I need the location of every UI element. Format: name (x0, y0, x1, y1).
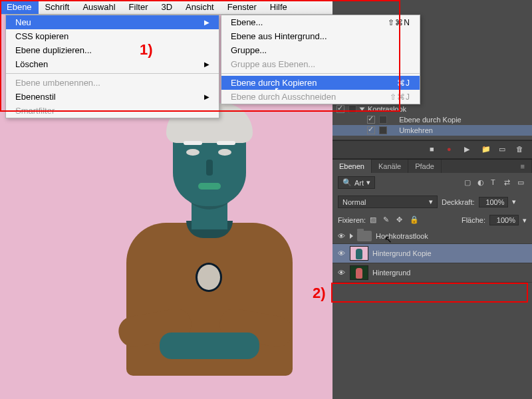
submenu-gruppe-aus-ebenen[interactable]: Gruppe aus Ebenen... (221, 57, 420, 71)
layers-list: 👁 Hochkotrastlook 👁 Hintergrund Kopie 👁 … (332, 229, 532, 283)
layer-name: Hochkotrastlook (376, 232, 428, 240)
lock-all-icon[interactable]: 🔒 (410, 215, 419, 225)
menu-ebene-duplizieren[interactable]: Ebene duplizieren... (6, 43, 219, 57)
actions-subitem[interactable]: Ebene durch Kopie (332, 114, 532, 125)
disclosure-icon[interactable] (350, 233, 353, 239)
filter-adjust-icon[interactable]: ◐ (477, 178, 487, 188)
layer-filter-select[interactable]: 🔍Art▾ (338, 176, 375, 189)
layers-tabs: Ebenen Kanäle Pfade ≡ (332, 159, 532, 173)
submenu-arrow-icon: ▶ (204, 61, 209, 68)
menu-smartfilter[interactable]: Smartfilter (6, 104, 219, 118)
lock-row: Fixieren: ▨ ✎ ✥ 🔒 Fläche: 100%▾ (332, 211, 532, 229)
stop-icon[interactable]: ■ (430, 145, 439, 154)
trash-icon[interactable]: 🗑 (516, 145, 525, 154)
layer-thumbnail (350, 246, 368, 261)
layer-row[interactable]: 👁 Hintergrund (332, 263, 532, 283)
tab-pfade[interactable]: Pfade (408, 160, 442, 173)
tab-ebenen[interactable]: Ebenen (332, 160, 372, 173)
menu-ebenenstil[interactable]: Ebenenstil▶ (6, 90, 219, 104)
neu-submenu: Ebene...⇧⌘N Ebene aus Hintergrund... Gru… (221, 15, 420, 104)
lock-label: Fixieren: (338, 216, 366, 224)
search-icon: 🔍 (342, 178, 352, 187)
blend-mode-select[interactable]: Normal▾ (338, 196, 438, 208)
layer-filter-row: 🔍Art▾ ▢ ◐ T ⇄ ▭ (332, 173, 532, 192)
menubar-item-hilfe[interactable]: Hilfe (263, 0, 294, 14)
visibility-icon[interactable]: 👁 (336, 269, 346, 277)
new-folder-icon[interactable]: 📁 (481, 145, 491, 154)
filter-image-icon[interactable]: ▢ (464, 178, 473, 188)
submenu-ebene-aus-hintergrund[interactable]: Ebene aus Hintergrund... (221, 29, 420, 43)
lock-pixels-icon[interactable]: ▨ (370, 215, 379, 225)
visibility-icon[interactable]: 👁 (336, 232, 346, 240)
opacity-input[interactable]: 100% (479, 197, 508, 207)
layer-thumbnail (350, 265, 368, 280)
menubar-item-schrift[interactable]: Schrift (39, 0, 76, 14)
menu-loeschen[interactable]: Löschen▶ (6, 57, 219, 71)
shortcut-label: ⌘J (397, 78, 410, 88)
record-icon[interactable]: ● (447, 145, 456, 154)
menubar-item-ebene[interactable]: Ebene (0, 0, 39, 14)
menu-css-kopieren[interactable]: CSS kopieren (6, 29, 219, 43)
submenu-ebene-durch-ausschneiden[interactable]: Ebene durch Ausschneiden⇧⌘J (221, 90, 420, 104)
submenu-arrow-icon: ▶ (204, 93, 209, 100)
actions-group[interactable]: Kontraslook (332, 104, 532, 114)
layer-row-selected[interactable]: 👁 Hintergrund Kopie (332, 244, 532, 263)
filter-smart-icon[interactable]: ▭ (517, 178, 527, 188)
submenu-ebene[interactable]: Ebene...⇧⌘N (221, 15, 420, 29)
actions-subitem[interactable]: Umkehren (332, 125, 532, 136)
menubar-item-ansicht[interactable]: Ansicht (179, 0, 221, 14)
panel-menu-icon[interactable]: ≡ (514, 160, 532, 173)
submenu-ebene-durch-kopieren[interactable]: Ebene durch Kopieren⌘J (221, 76, 420, 90)
menu-neu[interactable]: Neu▶ (6, 15, 219, 29)
menubar-item-auswahl[interactable]: Auswahl (76, 0, 122, 14)
fill-label: Fläche: (462, 216, 485, 224)
menu-ebene-umbenennen[interactable]: Ebene umbenennen... (6, 76, 219, 90)
ebene-menu: Neu▶ CSS kopieren Ebene duplizieren... L… (5, 15, 219, 118)
menubar-item-filter[interactable]: Filter (122, 0, 155, 14)
lock-brush-icon[interactable]: ✎ (383, 215, 392, 225)
tab-kanaele[interactable]: Kanäle (372, 160, 408, 173)
filter-text-icon[interactable]: T (491, 178, 500, 188)
new-action-icon[interactable]: ▭ (499, 145, 508, 154)
fill-input[interactable]: 100% (489, 215, 519, 225)
menu-separator (221, 73, 420, 74)
canvas-figure (86, 106, 313, 399)
menubar-item-fenster[interactable]: Fenster (221, 0, 263, 14)
menu-separator (6, 73, 219, 74)
submenu-gruppe[interactable]: Gruppe... (221, 43, 420, 57)
opacity-label: Deckkraft: (442, 198, 475, 206)
actions-toolbar: ■ ● ▶ 📁 ▭ 🗑 (332, 140, 532, 159)
folder-icon (357, 231, 372, 241)
annotation-label-2: 2) (313, 285, 326, 302)
menubar-item-3d[interactable]: 3D (154, 0, 179, 14)
filter-shape-icon[interactable]: ⇄ (504, 178, 513, 188)
layer-group-row[interactable]: 👁 Hochkotrastlook (332, 229, 532, 244)
layer-name: Hintergrund Kopie (372, 249, 432, 257)
visibility-icon[interactable]: 👁 (336, 249, 346, 257)
play-icon[interactable]: ▶ (464, 145, 473, 154)
blend-row: Normal▾ Deckkraft: 100%▾ (332, 192, 532, 211)
lock-move-icon[interactable]: ✥ (396, 215, 406, 225)
shortcut-label: ⇧⌘J (390, 92, 410, 102)
shortcut-label: ⇧⌘N (388, 18, 410, 27)
layer-name: Hintergrund (372, 269, 410, 277)
submenu-arrow-icon: ▶ (204, 19, 209, 26)
